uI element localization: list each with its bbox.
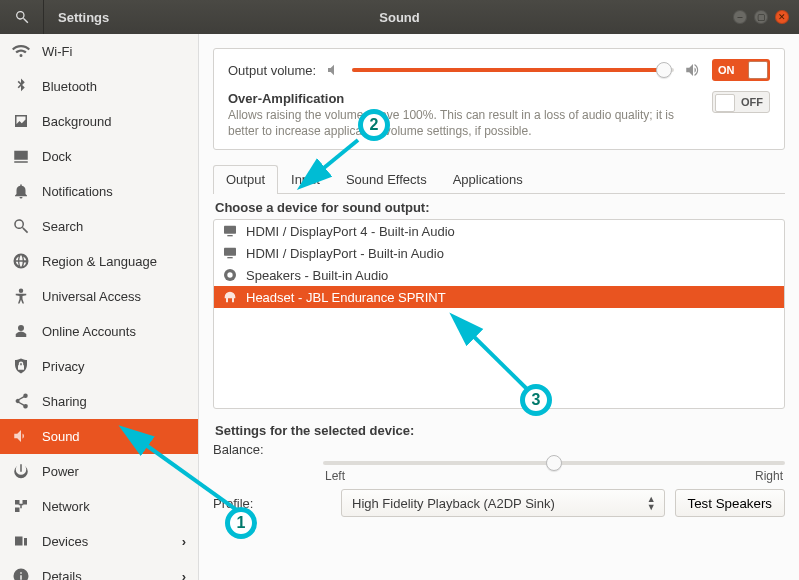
page-title: Sound [379,10,419,25]
sidebar-item-label: Network [42,499,90,514]
sidebar-item-online[interactable]: Online Accounts [0,314,198,349]
titlebar-search-button[interactable] [0,0,44,34]
search-icon [14,9,30,25]
tab-output[interactable]: Output [213,165,278,194]
sidebar-item-label: Privacy [42,359,85,374]
sidebar-item-search[interactable]: Search [0,209,198,244]
sidebar-item-label: Universal Access [42,289,141,304]
monitor-icon [222,223,238,239]
sound-panel: Output volume: ON Over-Amplification All… [199,34,799,580]
sidebar-item-label: Devices [42,534,88,549]
over-amplification-switch[interactable]: OFF [712,91,770,113]
sidebar-item-sharing[interactable]: Sharing [0,384,198,419]
tab-input[interactable]: Input [278,165,333,194]
sidebar-item-power[interactable]: Power [0,454,198,489]
sidebar-item-label: Region & Language [42,254,157,269]
over-amplification-title: Over-Amplification [228,91,702,106]
details-icon [12,567,30,580]
balance-right-label: Right [755,469,783,483]
sidebar-item-label: Details [42,569,82,581]
titlebar: Settings Sound – ▢ ✕ [0,0,799,34]
sidebar-item-dock[interactable]: Dock [0,139,198,174]
sidebar-item-label: Dock [42,149,72,164]
svg-rect-2 [224,248,236,256]
sidebar-item-label: Wi-Fi [42,44,72,59]
balance-label: Balance: [213,442,273,457]
svg-rect-1 [227,235,232,236]
device-label: HDMI / DisplayPort 4 - Built-in Audio [246,224,455,239]
tab-sound-effects[interactable]: Sound Effects [333,165,440,194]
sidebar-item-label: Sharing [42,394,87,409]
profile-label: Profile: [213,496,273,511]
tab-applications[interactable]: Applications [440,165,536,194]
region-icon [12,252,30,270]
chevron-right-icon: › [182,569,186,581]
device-item[interactable]: HDMI / DisplayPort 4 - Built-in Audio [214,220,784,242]
app-title: Settings [44,10,123,25]
dock-icon [12,147,30,165]
device-label: Headset - JBL Endurance SPRINT [246,290,446,305]
svg-point-5 [227,273,232,278]
window-close-button[interactable]: ✕ [775,10,789,24]
output-volume-label: Output volume: [228,63,316,78]
balance-slider[interactable] [323,461,785,465]
sidebar-item-label: Sound [42,429,80,444]
device-label: HDMI / DisplayPort - Built-in Audio [246,246,444,261]
settings-selected-label: Settings for the selected device: [215,423,785,438]
balance-left-label: Left [325,469,345,483]
speaker-high-icon [684,61,702,79]
sidebar-item-bluetooth[interactable]: Bluetooth [0,69,198,104]
network-icon [12,497,30,515]
sound-tabs: OutputInputSound EffectsApplications [213,164,785,194]
sidebar-item-background[interactable]: Background [0,104,198,139]
speaker-low-icon [326,62,342,78]
device-label: Speakers - Built-in Audio [246,268,388,283]
window-minimize-button[interactable]: – [733,10,747,24]
output-volume-slider[interactable] [352,60,674,80]
test-speakers-button[interactable]: Test Speakers [675,489,785,517]
devices-icon [12,532,30,550]
background-icon [12,112,30,130]
notifications-icon [12,182,30,200]
device-item[interactable]: Speakers - Built-in Audio [214,264,784,286]
sound-icon [12,427,30,445]
universal-icon [12,287,30,305]
monitor-icon [222,245,238,261]
sidebar-item-privacy[interactable]: Privacy [0,349,198,384]
sidebar-item-notifications[interactable]: Notifications [0,174,198,209]
sidebar-item-label: Background [42,114,111,129]
privacy-icon [12,357,30,375]
profile-value: High Fidelity Playback (A2DP Sink) [352,496,555,511]
choose-device-label: Choose a device for sound output: [215,200,785,215]
sidebar-item-label: Bluetooth [42,79,97,94]
output-mute-switch[interactable]: ON [712,59,770,81]
sharing-icon [12,392,30,410]
sidebar-item-region[interactable]: Region & Language [0,244,198,279]
sidebar-item-label: Online Accounts [42,324,136,339]
power-icon [12,462,30,480]
headset-icon [222,289,238,305]
bluetooth-icon [12,77,30,95]
output-device-list[interactable]: HDMI / DisplayPort 4 - Built-in AudioHDM… [213,219,785,409]
chevron-updown-icon: ▲▼ [647,495,656,511]
svg-rect-0 [224,226,236,234]
over-amplification-desc: Allows raising the volume above 100%. Th… [228,108,702,139]
search-icon [12,217,30,235]
window-maximize-button[interactable]: ▢ [754,10,768,24]
sidebar-item-devices[interactable]: Devices› [0,524,198,559]
sidebar-item-details[interactable]: Details› [0,559,198,580]
speaker-icon [222,267,238,283]
sidebar-item-sound[interactable]: Sound [0,419,198,454]
sidebar-item-label: Search [42,219,83,234]
profile-select[interactable]: High Fidelity Playback (A2DP Sink) ▲▼ [341,489,665,517]
online-icon [12,322,30,340]
device-item[interactable]: Headset - JBL Endurance SPRINT [214,286,784,308]
device-item[interactable]: HDMI / DisplayPort - Built-in Audio [214,242,784,264]
sidebar-item-wifi[interactable]: Wi-Fi [0,34,198,69]
sidebar-item-label: Notifications [42,184,113,199]
output-volume-panel: Output volume: ON Over-Amplification All… [213,48,785,150]
sidebar-item-label: Power [42,464,79,479]
sidebar-item-network[interactable]: Network [0,489,198,524]
wifi-icon [12,42,30,60]
sidebar-item-universal[interactable]: Universal Access [0,279,198,314]
